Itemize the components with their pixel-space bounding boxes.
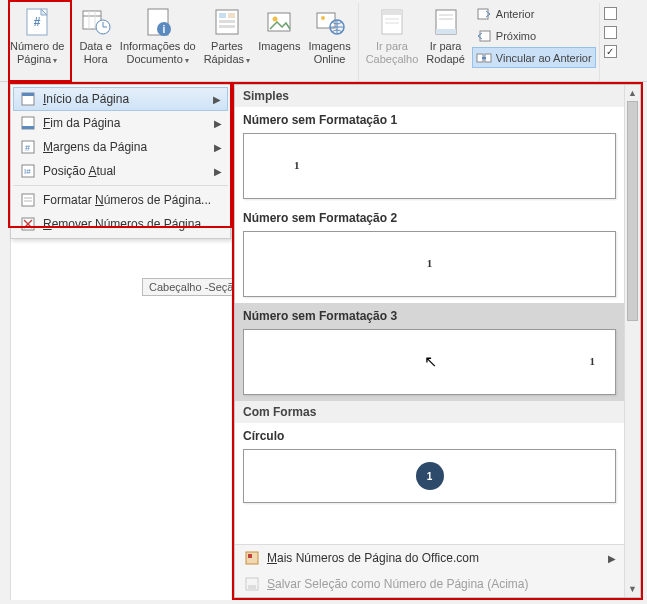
next-button[interactable]: Próximo (472, 25, 596, 47)
page-margins-icon: # (19, 139, 37, 155)
page-number-button[interactable]: # Número dePágina ▾ (6, 3, 68, 68)
gallery-footer-more-office[interactable]: Mais Números de Página do Office.com ▶ (235, 545, 624, 571)
page-number-label2: Página (17, 53, 51, 65)
online-images-button[interactable]: ImagensOnline (304, 3, 354, 68)
gallery-item-circle-title: Círculo (243, 425, 616, 449)
page-number-gallery: Simples Número sem Formatação 1 1 Número… (234, 84, 641, 598)
svg-point-19 (273, 17, 278, 22)
menu-item-format-label: Formatar Números de Página... (43, 193, 211, 207)
gallery-item-plain-3[interactable]: Número sem Formatação 3 1 ↖ (235, 303, 624, 401)
page-number-label1: Número de (10, 40, 64, 52)
svg-point-21 (321, 16, 325, 20)
svg-rect-15 (228, 13, 235, 18)
goto-header-button[interactable]: Ir paraCabeçalho (362, 3, 423, 68)
date-time-label2: Hora (84, 53, 108, 65)
gallery-scrollbar[interactable]: ▲ ▼ (624, 85, 640, 597)
gallery-footer-save-selection: Salvar Seleção como Número de Página (Ac… (235, 571, 624, 597)
current-position-icon: I# (19, 163, 37, 179)
submenu-arrow-icon: ▶ (214, 118, 222, 129)
date-time-button[interactable]: Data eHora (75, 3, 115, 68)
office-icon (243, 550, 261, 566)
next-label: Próximo (496, 30, 536, 42)
gallery-item-plain-3-title: Número sem Formatação 3 (243, 305, 616, 329)
goto-footer-button[interactable]: Ir paraRodapé (422, 3, 469, 68)
gallery-item-plain-3-preview: 1 ↖ (243, 329, 616, 395)
menu-separator (13, 185, 228, 186)
menu-item-current-position-label: Posição Atual (43, 164, 116, 178)
ribbon-options-checkboxes: ✓ (600, 3, 617, 81)
document-info-label1: Informações do (120, 40, 196, 52)
document-info-icon: i (142, 6, 174, 38)
goto-header-label1: Ir para (376, 40, 408, 52)
goto-footer-label2: Rodapé (426, 53, 465, 65)
svg-text:i: i (162, 24, 165, 35)
menu-item-top-of-page-label: Início da Página (43, 92, 129, 106)
link-icon (476, 50, 492, 66)
checkbox-2[interactable] (604, 26, 617, 39)
previous-icon (476, 6, 492, 22)
ribbon-group-insert: Data eHora i Informações doDocumento ▾ P… (72, 3, 358, 81)
images-button[interactable]: Imagens (254, 3, 304, 55)
menu-item-remove-label: Remover Números de Página (43, 217, 201, 231)
sample-number: 1 (590, 355, 596, 367)
online-images-icon (314, 6, 346, 38)
gallery-item-circle[interactable]: Círculo 1 (235, 423, 624, 509)
svg-rect-51 (248, 554, 252, 558)
svg-rect-16 (219, 20, 235, 23)
menu-item-remove-page-numbers[interactable]: Remover Números de Página (13, 212, 228, 236)
images-icon (263, 6, 295, 38)
bottom-of-page-icon (19, 115, 37, 131)
previous-button[interactable]: Anterior (472, 3, 596, 25)
header-section-tag: Cabeçalho -Seçã (142, 278, 240, 296)
gallery-item-plain-1[interactable]: Número sem Formatação 1 1 (235, 107, 624, 205)
svg-rect-14 (219, 13, 226, 18)
gallery-item-plain-1-preview: 1 (243, 133, 616, 199)
scrollbar-track[interactable] (625, 101, 640, 581)
page-number-dropdown: Início da Página ▶ Fim da Página ▶ # Mar… (10, 84, 231, 239)
gallery-footer-save-label: Salvar Seleção como Número de Página (Ac… (267, 577, 528, 591)
svg-rect-20 (317, 13, 335, 28)
goto-footer-icon (430, 6, 462, 38)
link-to-previous-label: Vincular ao Anterior (496, 52, 592, 64)
save-selection-icon (243, 576, 261, 592)
goto-footer-label1: Ir para (430, 40, 462, 52)
submenu-arrow-icon: ▶ (214, 142, 222, 153)
gallery-item-plain-2[interactable]: Número sem Formatação 2 1 (235, 205, 624, 303)
goto-header-icon (376, 6, 408, 38)
menu-item-bottom-of-page[interactable]: Fim da Página ▶ (13, 111, 228, 135)
svg-text:#: # (34, 15, 41, 29)
gallery-section-simple: Simples (235, 85, 624, 107)
scroll-down-button[interactable]: ▼ (625, 581, 640, 597)
svg-rect-44 (22, 194, 34, 206)
ribbon-nav-small: Anterior Próximo Vincular ao Anterior (469, 3, 596, 68)
gallery-item-plain-1-title: Número sem Formatação 1 (243, 109, 616, 133)
quick-parts-label2: Rápidas (204, 53, 244, 65)
svg-text:I#: I# (24, 167, 31, 176)
ribbon-group-navigation: Ir paraCabeçalho Ir paraRodapé Anterior … (359, 3, 600, 81)
quick-parts-button[interactable]: PartesRápidas ▾ (200, 3, 255, 68)
online-images-label1: Imagens (308, 40, 350, 52)
remove-page-numbers-icon (19, 216, 37, 232)
svg-rect-24 (382, 10, 402, 15)
checkbox-1[interactable] (604, 7, 617, 20)
svg-rect-53 (248, 585, 256, 589)
previous-label: Anterior (496, 8, 535, 20)
menu-item-format-page-numbers[interactable]: Formatar Números de Página... (13, 188, 228, 212)
quick-parts-label1: Partes (211, 40, 243, 52)
document-info-button[interactable]: i Informações doDocumento ▾ (116, 3, 200, 68)
link-to-previous-button[interactable]: Vincular ao Anterior (472, 47, 596, 68)
scrollbar-thumb[interactable] (627, 101, 638, 321)
format-page-numbers-icon (19, 192, 37, 208)
menu-item-bottom-of-page-label: Fim da Página (43, 116, 120, 130)
menu-item-top-of-page[interactable]: Início da Página ▶ (13, 87, 228, 111)
gallery-item-circle-preview: 1 (243, 449, 616, 503)
menu-item-page-margins-label: Margens da Página (43, 140, 147, 154)
circle-badge: 1 (416, 462, 444, 490)
menu-item-page-margins[interactable]: # Margens da Página ▶ (13, 135, 228, 159)
svg-rect-17 (219, 25, 235, 28)
svg-rect-32 (480, 31, 490, 41)
gallery-footer: Mais Números de Página do Office.com ▶ S… (235, 544, 624, 597)
scroll-up-button[interactable]: ▲ (625, 85, 640, 101)
checkbox-3[interactable]: ✓ (604, 45, 617, 58)
menu-item-current-position[interactable]: I# Posição Atual ▶ (13, 159, 228, 183)
